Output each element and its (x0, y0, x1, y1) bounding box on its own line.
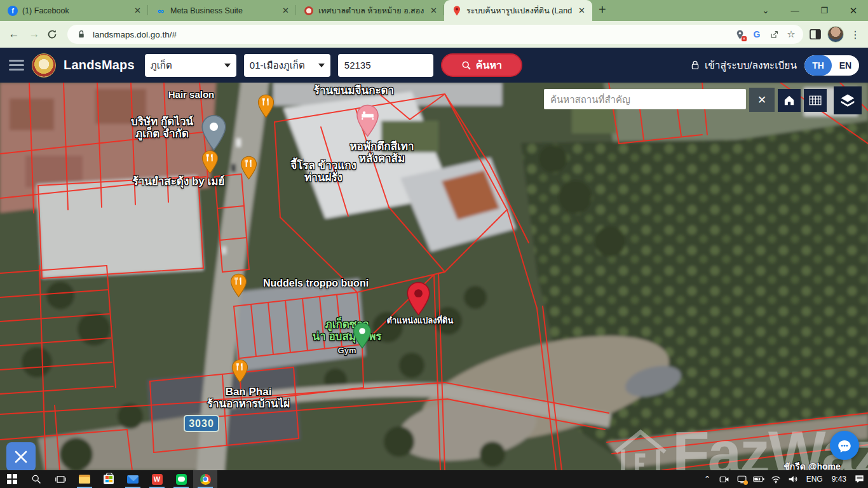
microsoft-store-button[interactable] (97, 470, 121, 488)
wifi-button[interactable] (768, 470, 785, 488)
file-explorer-button[interactable] (72, 470, 97, 488)
lang-th-button[interactable]: TH (804, 55, 832, 76)
login-register-link[interactable]: เข้าสู่ระบบ/ลงทะเบียน (690, 57, 797, 73)
minimize-button[interactable]: — (780, 0, 810, 21)
lock-icon (690, 60, 700, 71)
layers-icon (840, 93, 855, 108)
chevron-down-icon (318, 64, 325, 67)
facebook-icon: f (8, 6, 18, 16)
task-view-button[interactable] (48, 470, 72, 488)
meet-now-button[interactable] (716, 470, 733, 488)
clock[interactable]: 9:43 (827, 475, 851, 484)
profile-avatar[interactable] (827, 26, 844, 43)
parcel-number-input[interactable] (338, 54, 433, 77)
layers-button[interactable] (834, 86, 862, 114)
map-viewport[interactable]: Hair salonร้านขนมจีนกะดาบริษัท กู๊ดไวน์ภ… (0, 83, 868, 470)
close-icon[interactable]: ✕ (280, 6, 291, 15)
tab-title: เทศบาลตำบล ห้วยหม้าย อ.สอง จ.แพร (318, 4, 424, 17)
close-icon[interactable]: ✕ (576, 6, 587, 15)
store-icon (104, 475, 114, 484)
wps-office-button[interactable]: W (145, 470, 169, 488)
place-search-input[interactable] (544, 89, 746, 109)
start-button[interactable] (0, 470, 24, 488)
close-window-button[interactable]: ✕ (839, 0, 868, 21)
side-panel-icon[interactable] (808, 27, 822, 41)
close-icon[interactable]: ✕ (132, 6, 143, 15)
home-button[interactable] (778, 89, 801, 112)
line-app-button[interactable] (169, 470, 193, 488)
extension-pin-icon[interactable]: ✕ (734, 29, 745, 40)
province-select[interactable]: ภูเก็ต (145, 54, 236, 77)
reload-icon[interactable] (47, 29, 62, 39)
lock-icon[interactable] (76, 29, 87, 40)
action-center-icon (855, 475, 864, 484)
brand-title: LandsMaps (64, 58, 135, 72)
language-toggle: TH EN (804, 55, 859, 76)
measure-tools-icon (13, 449, 29, 465)
menu-hamburger-icon[interactable] (9, 60, 24, 71)
clear-search-button[interactable]: ✕ (749, 88, 775, 112)
bookmark-star-icon[interactable]: ☆ (785, 29, 797, 40)
mail-icon (127, 475, 139, 484)
tab-facebook[interactable]: f (1) Facebook ✕ (0, 0, 148, 21)
window-controls: ⌄ — ❐ ✕ (751, 0, 868, 21)
action-center-button[interactable] (851, 470, 868, 488)
district-select[interactable]: 01-เมืองภูเก็ต (244, 54, 330, 77)
speaker-icon (788, 475, 798, 484)
seal-icon (304, 6, 314, 16)
forward-icon[interactable]: → (27, 28, 42, 41)
tab-search-icon[interactable]: ⌄ (751, 0, 780, 21)
tab-meta-business[interactable]: ∞ Meta Business Suite ✕ (148, 0, 296, 21)
task-view-icon (55, 475, 66, 484)
taskbar-search-button[interactable] (24, 470, 48, 488)
browser-toolbar: ← → landsmaps.dol.go.th/# ✕ G ☆ ⋮ (0, 21, 868, 48)
browser-tab-bar: f (1) Facebook ✕ ∞ Meta Business Suite ✕… (0, 0, 868, 21)
system-tray: ⌃ ENG 9:43 (699, 470, 868, 488)
tab-title: Meta Business Suite (170, 6, 276, 15)
chevron-down-icon (224, 64, 231, 67)
share-icon[interactable] (768, 29, 780, 40)
map-satellite-layer (0, 83, 868, 470)
tab-title: (1) Facebook (22, 6, 128, 15)
google-icon[interactable]: G (751, 29, 763, 40)
chrome-button[interactable] (193, 470, 217, 488)
search-button[interactable]: ค้นหา (441, 53, 522, 77)
browser-menu-icon[interactable]: ⋮ (849, 29, 862, 41)
restore-button[interactable]: ❐ (810, 0, 839, 21)
district-value: 01-เมืองภูเก็ต (250, 58, 305, 73)
wps-icon: W (152, 474, 163, 485)
battery-button[interactable] (750, 470, 768, 488)
screen: { "browser": { "tabs": [ { "title": "(1)… (0, 0, 868, 488)
dol-logo (32, 53, 56, 78)
meta-icon: ∞ (156, 6, 166, 16)
chat-button[interactable] (830, 431, 859, 460)
tray-expand-button[interactable]: ⌃ (699, 470, 716, 488)
update-badge (743, 480, 748, 485)
grid-button[interactable] (804, 89, 827, 112)
map-toolbar: ✕ (544, 89, 862, 114)
tab-landsmaps-active[interactable]: ระบบค้นหารูปแปลงที่ดิน (LandsMaps ✕ (444, 0, 592, 21)
language-indicator[interactable]: ENG (802, 475, 827, 484)
url-text: landsmaps.dol.go.th/# (93, 30, 728, 39)
province-value: ภูเก็ต (151, 58, 172, 73)
home-icon (783, 94, 796, 107)
wifi-icon (771, 475, 781, 484)
blocked-badge: ✕ (742, 36, 747, 41)
windows-update-button[interactable] (733, 470, 750, 488)
search-button-label: ค้นหา (476, 57, 502, 73)
search-icon (31, 474, 41, 484)
grid-icon (809, 95, 822, 105)
new-tab-button[interactable]: + (592, 3, 615, 21)
address-bar[interactable]: landsmaps.dol.go.th/# ✕ G ☆ (67, 25, 803, 44)
mail-button[interactable] (121, 470, 145, 488)
measure-tool-button[interactable] (6, 442, 36, 470)
lang-en-button[interactable]: EN (832, 55, 859, 76)
battery-icon (753, 475, 764, 483)
volume-button[interactable] (785, 470, 802, 488)
tab-municipality[interactable]: เทศบาลตำบล ห้วยหม้าย อ.สอง จ.แพร ✕ (296, 0, 444, 21)
route-shield: 3030 (184, 415, 219, 432)
back-icon[interactable]: ← (6, 28, 22, 41)
chat-bubble-icon (836, 437, 853, 454)
login-label: เข้าสู่ระบบ/ลงทะเบียน (705, 57, 797, 73)
close-icon[interactable]: ✕ (428, 6, 439, 15)
